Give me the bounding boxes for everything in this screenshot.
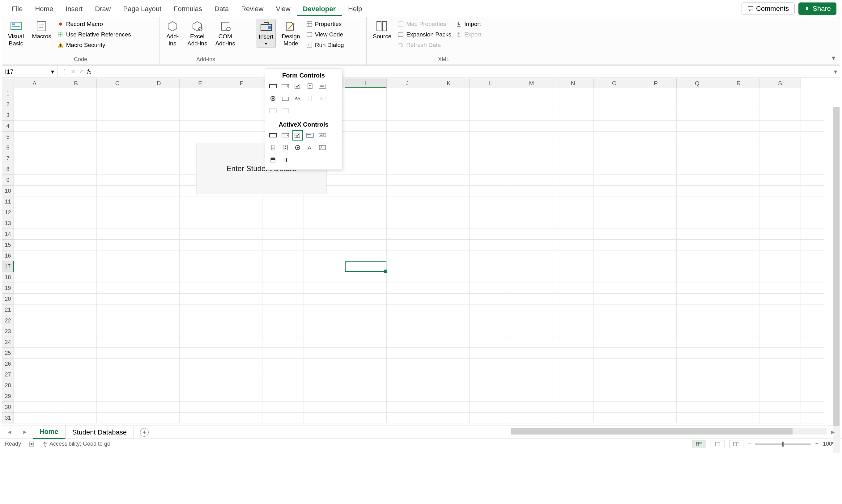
ax-textbox-icon[interactable]: abl bbox=[317, 130, 328, 141]
row-header-2[interactable]: 2 bbox=[2, 99, 14, 110]
addins-button[interactable]: Add- ins bbox=[164, 19, 181, 49]
ax-morecontrols-icon[interactable] bbox=[280, 155, 291, 165]
record-macro-button[interactable]: Record Macro bbox=[57, 20, 131, 28]
row-header-10[interactable]: 10 bbox=[2, 185, 14, 196]
normal-view-button[interactable] bbox=[692, 440, 706, 448]
ax-checkbox-icon[interactable] bbox=[292, 130, 303, 141]
worksheet-grid[interactable]: ABCDEFGHIJKLMNOPQRS 12345678910111213141… bbox=[2, 78, 840, 426]
row-header-14[interactable]: 14 bbox=[2, 229, 14, 240]
horizontal-scroll-thumb[interactable] bbox=[511, 428, 793, 434]
horizontal-scrollbar[interactable] bbox=[511, 428, 827, 434]
expand-formula-bar-button[interactable]: ▾ bbox=[831, 66, 840, 77]
vertical-scroll-thumb[interactable] bbox=[834, 107, 840, 426]
zoom-slider-knob[interactable] bbox=[783, 442, 784, 447]
fill-handle[interactable] bbox=[384, 270, 387, 273]
column-header-O[interactable]: O bbox=[594, 78, 635, 88]
column-header-A[interactable]: A bbox=[14, 78, 55, 88]
form-label-icon[interactable]: Aa bbox=[292, 93, 303, 104]
row-header-26[interactable]: 26 bbox=[2, 359, 14, 370]
row-header-13[interactable]: 13 bbox=[2, 218, 14, 229]
row-header-24[interactable]: 24 bbox=[2, 337, 14, 348]
row-header-6[interactable]: 6 bbox=[2, 142, 14, 153]
row-header-11[interactable]: 11 bbox=[2, 196, 14, 207]
collapse-ribbon-button[interactable]: ▾ bbox=[832, 54, 835, 62]
column-header-L[interactable]: L bbox=[469, 78, 511, 88]
form-checkbox-icon[interactable] bbox=[292, 81, 303, 91]
ax-image-icon[interactable] bbox=[317, 142, 328, 153]
row-header-29[interactable]: 29 bbox=[2, 391, 14, 402]
row-header-27[interactable]: 27 bbox=[2, 370, 14, 380]
tab-data[interactable]: Data bbox=[208, 1, 235, 16]
tab-view[interactable]: View bbox=[270, 1, 296, 16]
form-spin-icon[interactable] bbox=[305, 81, 315, 91]
ax-combobox-icon[interactable] bbox=[280, 130, 291, 141]
row-header-31[interactable]: 31 bbox=[2, 413, 14, 424]
visual-basic-button[interactable]: Visual Basic bbox=[6, 19, 25, 49]
zoom-slider[interactable] bbox=[755, 444, 811, 445]
ax-spinbutton-icon[interactable] bbox=[280, 142, 291, 153]
expansion-packs-button[interactable]: Expansion Packs bbox=[397, 31, 451, 39]
properties-button[interactable]: Properties bbox=[306, 20, 344, 28]
enter-icon[interactable]: ✓ bbox=[79, 68, 84, 75]
row-header-16[interactable]: 16 bbox=[2, 250, 14, 261]
com-addins-button[interactable]: COM Add-ins bbox=[213, 19, 237, 49]
column-header-C[interactable]: C bbox=[97, 78, 138, 88]
column-header-S[interactable]: S bbox=[759, 78, 801, 88]
tab-developer[interactable]: Developer bbox=[297, 1, 342, 16]
form-option-icon[interactable] bbox=[268, 93, 278, 104]
sheet-nav-prev[interactable]: ◄ bbox=[2, 429, 17, 435]
cancel-icon[interactable]: ✕ bbox=[70, 68, 76, 75]
tab-formulas[interactable]: Formulas bbox=[168, 1, 208, 16]
row-header-7[interactable]: 7 bbox=[2, 153, 14, 164]
excel-addins-button[interactable]: Excel Add-ins bbox=[186, 19, 209, 49]
page-layout-view-button[interactable] bbox=[711, 440, 725, 448]
row-header-9[interactable]: 9 bbox=[2, 175, 14, 185]
scroll-right-button[interactable]: ► bbox=[830, 429, 836, 436]
sheet-nav-next[interactable]: ► bbox=[17, 429, 33, 435]
column-header-B[interactable]: B bbox=[55, 78, 97, 88]
row-header-28[interactable]: 28 bbox=[2, 380, 14, 391]
row-header-23[interactable]: 23 bbox=[2, 326, 14, 337]
column-headers[interactable]: ABCDEFGHIJKLMNOPQRS bbox=[14, 78, 801, 88]
use-relative-references-button[interactable]: Use Relative References bbox=[57, 31, 131, 39]
macro-security-button[interactable]: Macro Security bbox=[57, 41, 131, 49]
sheet-tab-student-database[interactable]: Student Database bbox=[66, 426, 134, 439]
column-header-I[interactable]: I bbox=[345, 78, 387, 88]
row-header-8[interactable]: 8 bbox=[2, 164, 14, 175]
tab-draw[interactable]: Draw bbox=[89, 1, 117, 16]
ax-togglebutton-icon[interactable] bbox=[268, 155, 278, 165]
column-header-D[interactable]: D bbox=[138, 78, 179, 88]
row-header-15[interactable]: 15 bbox=[2, 240, 14, 250]
accessibility-status[interactable]: Accessibility: Good to go bbox=[42, 441, 110, 447]
row-header-1[interactable]: 1 bbox=[2, 88, 14, 99]
select-all-corner[interactable] bbox=[2, 78, 14, 88]
macro-record-status-icon[interactable] bbox=[29, 441, 35, 447]
form-groupbox-icon[interactable] bbox=[280, 93, 291, 104]
row-headers[interactable]: 1234567891011121314151617181920212223242… bbox=[2, 88, 14, 424]
form-combobox-icon[interactable] bbox=[280, 81, 291, 91]
sheet-tab-home[interactable]: Home bbox=[33, 425, 66, 439]
ax-optionbutton-icon[interactable] bbox=[292, 142, 303, 153]
more-icon[interactable]: ⋮ bbox=[61, 68, 67, 75]
column-header-M[interactable]: M bbox=[511, 78, 552, 88]
active-cell[interactable] bbox=[345, 261, 386, 272]
form-button-icon[interactable] bbox=[268, 81, 278, 91]
tab-help[interactable]: Help bbox=[342, 1, 368, 16]
row-header-4[interactable]: 4 bbox=[2, 121, 14, 131]
share-button[interactable]: Share bbox=[798, 2, 837, 15]
view-code-button[interactable]: View Code bbox=[306, 31, 344, 39]
column-header-P[interactable]: P bbox=[635, 78, 677, 88]
source-button[interactable]: Source bbox=[371, 19, 393, 41]
row-header-18[interactable]: 18 bbox=[2, 272, 14, 283]
column-header-N[interactable]: N bbox=[552, 78, 594, 88]
design-mode-button[interactable]: Design Mode bbox=[280, 19, 302, 49]
ax-scrollbar-icon[interactable] bbox=[268, 142, 278, 153]
page-break-view-button[interactable] bbox=[729, 440, 743, 448]
ax-listbox-icon[interactable] bbox=[305, 130, 315, 141]
cells-area[interactable] bbox=[14, 88, 824, 424]
tab-file[interactable]: File bbox=[5, 1, 29, 16]
insert-controls-button[interactable]: Insert▾ bbox=[257, 19, 276, 48]
add-sheet-button[interactable]: + bbox=[140, 428, 149, 437]
run-dialog-button[interactable]: !Run Dialog bbox=[306, 41, 344, 49]
zoom-out-button[interactable]: − bbox=[748, 441, 751, 447]
